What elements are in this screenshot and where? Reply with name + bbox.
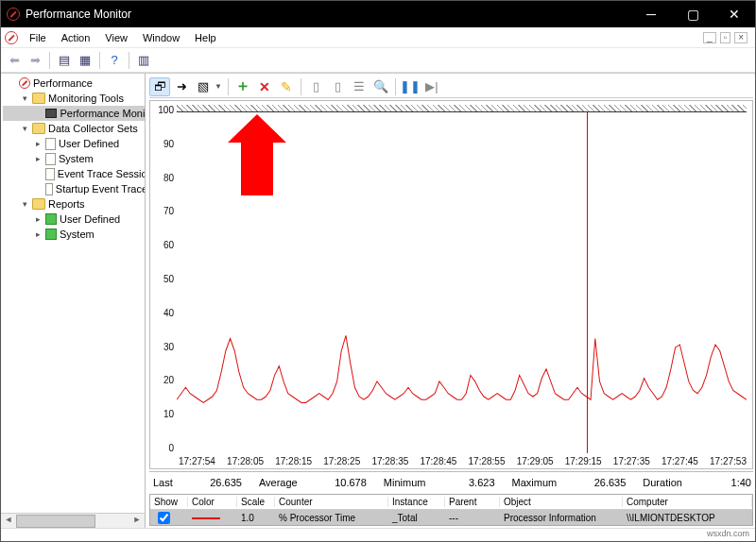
app-toolbar: ⬅ ➡ ▤ ▦ ? ▥ <box>1 48 755 73</box>
page-icon <box>45 183 53 195</box>
mdi-minimize[interactable]: _ <box>703 32 716 43</box>
show-hide-tree-button[interactable]: ▤ <box>55 51 74 70</box>
menu-bar: File Action View Window Help _ ▫ × <box>1 27 755 48</box>
update-button[interactable]: ▶| <box>421 77 442 96</box>
x-axis: 17:27:5417:28:05 17:28:1517:28:25 17:28:… <box>154 453 747 466</box>
window-title: Performance Monitor <box>26 8 131 21</box>
perf-icon <box>19 77 30 89</box>
paste-button[interactable]: ▯ <box>327 77 348 96</box>
tree-node-reports-system[interactable]: System <box>3 227 145 242</box>
report-icon <box>45 229 57 240</box>
delete-counter-button[interactable]: ✕ <box>254 77 275 96</box>
app-icon <box>7 8 20 21</box>
tree-node-reports[interactable]: Reports <box>3 196 145 212</box>
page-icon <box>45 168 55 180</box>
mdi-restore[interactable]: ▫ <box>720 32 731 43</box>
close-button[interactable]: ✕ <box>713 1 755 27</box>
tree-node-dcs-system[interactable]: System <box>3 151 145 166</box>
time-marker <box>587 112 588 453</box>
menu-action[interactable]: Action <box>54 30 98 45</box>
counter-show-checkbox[interactable] <box>158 512 170 524</box>
monitor-icon <box>45 109 57 118</box>
menu-help[interactable]: Help <box>187 30 224 45</box>
titlebar[interactable]: Performance Monitor ─ ▢ ✕ <box>1 1 755 27</box>
counter-table-header[interactable]: Show Color Scale Counter Instance Parent… <box>150 495 752 510</box>
tree-node-performance-monitor[interactable]: Performance Monitor <box>3 106 145 121</box>
sidebar-scrollbar[interactable]: ◄► <box>1 513 145 528</box>
chart-toolbar: 🗗 ➜ ▧ ▼ ＋ ✕ ✎ ▯ ▯ ☰ 🔍 ❚❚ ▶| <box>149 76 753 98</box>
folder-icon <box>32 123 45 134</box>
highlight-button[interactable]: ✎ <box>276 77 297 96</box>
menu-window[interactable]: Window <box>135 30 187 45</box>
tree-node-dcs-startup-trace[interactable]: Startup Event Trace Sessions <box>3 181 145 196</box>
y-axis: 10090 8070 6050 4030 2010 0 <box>154 105 177 453</box>
chart-type-dropdown[interactable]: ▼ <box>215 82 224 91</box>
menu-file[interactable]: File <box>22 30 54 45</box>
tree-node-performance[interactable]: Performance <box>3 76 145 91</box>
minimize-button[interactable]: ─ <box>630 1 672 27</box>
copy-props-button[interactable]: ▯ <box>305 77 326 96</box>
stats-bar: Last26.635 Average10.678 Minimum3.623 Ma… <box>149 471 753 490</box>
tree-node-data-collector-sets[interactable]: Data Collector Sets <box>3 121 145 136</box>
maximize-button[interactable]: ▢ <box>672 1 713 27</box>
counter-color-swatch <box>192 517 220 519</box>
view-current-button[interactable]: 🗗 <box>149 77 170 96</box>
folder-icon <box>32 198 45 210</box>
back-button[interactable]: ⬅ <box>5 51 24 70</box>
tree-node-reports-user-defined[interactable]: User Defined <box>3 212 145 227</box>
report-icon <box>45 213 57 225</box>
counter-row[interactable]: 1.0 % Processor Time _Total --- Processo… <box>150 510 752 525</box>
footer: wsxdn.com <box>1 528 755 541</box>
view-log-button[interactable]: ➜ <box>171 77 192 96</box>
mdi-close[interactable]: × <box>734 32 747 43</box>
forward-button[interactable]: ➡ <box>26 51 44 70</box>
zoom-button[interactable]: 🔍 <box>370 77 391 96</box>
folder-icon <box>32 93 45 104</box>
page-icon <box>45 153 56 165</box>
annotation-arrow <box>228 114 286 195</box>
tree-node-dcs-event-trace[interactable]: Event Trace Sessions <box>3 166 145 181</box>
tree-node-dcs-user-defined[interactable]: User Defined <box>3 136 145 151</box>
freeze-button[interactable]: ❚❚ <box>400 77 421 96</box>
app-icon-small <box>5 31 18 44</box>
chart-container: 10090 8070 6050 4030 2010 0 <box>149 100 753 469</box>
add-counter-button[interactable]: ＋ <box>232 77 253 96</box>
properties-button[interactable]: ▥ <box>134 51 153 70</box>
menu-view[interactable]: View <box>97 30 135 45</box>
page-icon <box>45 138 56 150</box>
options-button[interactable]: ▦ <box>76 51 94 70</box>
navigation-tree: Performance Monitoring Tools Performance… <box>1 74 146 528</box>
chart-plot[interactable] <box>177 105 747 453</box>
help-button[interactable]: ? <box>105 51 124 70</box>
properties-button[interactable]: ☰ <box>349 77 369 96</box>
tree-node-monitoring-tools[interactable]: Monitoring Tools <box>3 91 145 106</box>
counter-table: Show Color Scale Counter Instance Parent… <box>149 494 753 526</box>
watermark: wsxdn.com <box>707 529 749 541</box>
chart-type-button[interactable]: ▧ <box>193 77 214 96</box>
